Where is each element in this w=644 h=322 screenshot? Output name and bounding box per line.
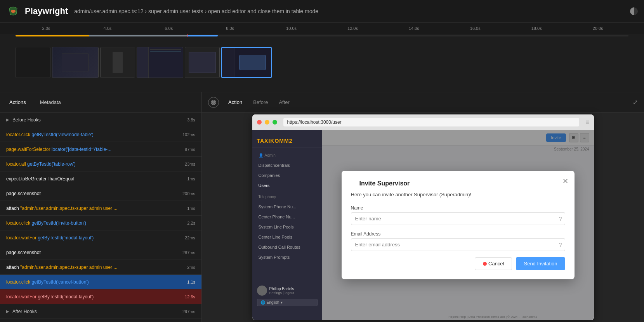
action-label: locator.click getByTestId('invite-button… xyxy=(6,220,184,226)
tab-after[interactable]: After xyxy=(274,96,294,108)
sidebar-item-users[interactable]: Users xyxy=(252,180,322,190)
main-content: Actions Metadata ▶ Before Hooks 3.8s loc… xyxy=(0,92,644,322)
tab-before[interactable]: Before xyxy=(248,96,273,108)
action-item[interactable]: locator.click getByTestId('invite-button… xyxy=(0,216,201,230)
modal-title: Invite Supervisor xyxy=(359,180,565,187)
svg-point-1 xyxy=(11,10,16,13)
timeline-tick: 12.0s xyxy=(322,26,384,31)
app-main: Invite ⊞ ≡ September 25, 2024 🖼 xyxy=(322,130,594,320)
section-duration: 3.8s xyxy=(187,118,195,122)
sidebar-item-dispatchcentrals[interactable]: Dispatchcentrals xyxy=(252,160,322,170)
modal-header: 🖼 Invite Supervisor ✕ xyxy=(351,180,565,187)
timeline-tick: 4.0s xyxy=(77,26,138,31)
sidebar-item-outbound-call-routes[interactable]: Outbound Call Routes xyxy=(252,242,322,252)
browser-menu-icon[interactable]: ≡ xyxy=(585,119,589,126)
action-label: locator.all getByTestId('table-row') xyxy=(6,161,182,167)
modal-close-button[interactable]: ✕ xyxy=(562,177,568,185)
minimize-dot[interactable] xyxy=(265,120,269,125)
action-item[interactable]: expect.toBeGreaterThanOrEqual 1ms xyxy=(0,171,201,186)
action-duration: 1ms xyxy=(187,177,195,181)
name-label: Name xyxy=(351,205,565,211)
email-label: Email Address xyxy=(351,231,565,237)
sidebar-item-center-phone-num[interactable]: Center Phone Nu... xyxy=(252,212,322,222)
timeline-tick: 20.0s xyxy=(567,26,628,31)
sidebar-item-system-line-pools[interactable]: System Line Pools xyxy=(252,222,322,232)
user-avatar xyxy=(257,286,267,296)
action-item-selected[interactable]: locator.click getByTestId('cancel-button… xyxy=(0,275,201,289)
expand-button[interactable]: ⤢ xyxy=(633,99,638,106)
cancel-dot xyxy=(483,262,487,266)
sidebar-section-admin: 👤 Admin xyxy=(252,151,322,160)
email-input[interactable] xyxy=(351,238,565,251)
action-item[interactable]: attach "admin/user.admin.spec.ts-super a… xyxy=(0,201,201,216)
action-item-error[interactable]: locator.waitFor getByTestId('modal-layou… xyxy=(0,289,201,304)
action-label: attach "admin/user.admin.spec.ts-super a… xyxy=(6,206,184,211)
actions-list: ▶ Before Hooks 3.8s locator.click getByT… xyxy=(0,113,201,322)
send-invitation-button[interactable]: Send Invitation xyxy=(516,257,565,270)
user-info: Philipp Bartels Settings | logout xyxy=(269,287,294,295)
timeline-tick: 6.0s xyxy=(138,26,200,31)
action-duration: 200ms xyxy=(182,191,195,196)
thumbnail-1[interactable] xyxy=(52,47,99,78)
cancel-label: Cancel xyxy=(488,261,504,267)
action-item[interactable]: locator.click getByTestId('viewmode-tabl… xyxy=(0,127,201,142)
section-label: Before Hooks xyxy=(12,117,187,123)
action-item[interactable]: page.screenshot 200ms xyxy=(0,186,201,201)
action-label: page.waitForSelector locator('[data-test… xyxy=(6,147,182,152)
url-bar[interactable]: https://localhost:3000/user xyxy=(283,118,580,126)
right-panel: Action Before After ⤢ https://localhost:… xyxy=(202,92,644,322)
tab-actions[interactable]: Actions xyxy=(3,96,32,108)
sidebar-item-system-phone-num[interactable]: System Phone Nu... xyxy=(252,202,322,212)
section-after-hooks[interactable]: ▶ After Hooks 297ms xyxy=(0,304,201,319)
action-label: locator.click getByTestId('cancel-button… xyxy=(6,279,184,285)
sidebar-section-telephony: Telephony xyxy=(252,192,322,202)
thumbnail-3[interactable] xyxy=(137,47,183,78)
action-duration: 1.1s xyxy=(187,280,195,284)
action-label: locator.waitFor getByTestId('modal-layou… xyxy=(6,235,182,241)
tab-action[interactable]: Action xyxy=(224,96,247,108)
thumbnail-5[interactable] xyxy=(221,47,272,78)
chevron-right-icon: ▶ xyxy=(6,118,9,122)
modal-description: Here you can invite another Supervisor (… xyxy=(351,192,565,197)
target-icon[interactable] xyxy=(208,97,219,108)
help-icon[interactable]: ? xyxy=(559,242,562,248)
action-label: page.screenshot xyxy=(6,191,179,196)
right-tabs: Action Before After ⤢ xyxy=(202,92,644,113)
action-duration: 1ms xyxy=(187,206,195,211)
thumbnail-4[interactable] xyxy=(185,47,220,78)
timeline-tick: 10.0s xyxy=(261,26,322,31)
name-input[interactable] xyxy=(351,212,565,225)
app-logo: TAXIKOMM2 xyxy=(252,135,322,147)
thumbnail-2[interactable] xyxy=(100,47,135,78)
action-duration: 2ms xyxy=(187,265,195,270)
help-icon[interactable]: ? xyxy=(559,216,562,222)
timeline-ticks-row: 2.0s 4.0s 6.0s 8.0s 10.0s 12.0s 14.0s 16… xyxy=(0,23,644,34)
left-panel: Actions Metadata ▶ Before Hooks 3.8s loc… xyxy=(0,92,202,322)
sidebar-item-center-line-pools[interactable]: Center Line Pools xyxy=(252,232,322,242)
invite-modal: 🖼 Invite Supervisor ✕ Here you can invit… xyxy=(342,171,575,279)
action-item[interactable]: page.waitForSelector locator('[data-test… xyxy=(0,142,201,157)
sidebar-item-system-prompts[interactable]: System Prompts xyxy=(252,252,322,262)
close-dot[interactable] xyxy=(257,120,262,125)
thumbnail-blank[interactable] xyxy=(16,47,50,78)
action-label: attach "admin/user.admin.spec.ts-super a… xyxy=(6,265,184,270)
section-worker-cleanup[interactable]: ▶ Worker Cleanup 58ms xyxy=(0,319,201,322)
action-item[interactable]: locator.all getByTestId('table-row') 23m… xyxy=(0,157,201,171)
action-duration: 102ms xyxy=(182,132,195,137)
action-label: locator.click getByTestId('viewmode-tabl… xyxy=(6,132,179,137)
name-input-wrap: ? xyxy=(351,212,565,225)
section-before-hooks[interactable]: ▶ Before Hooks 3.8s xyxy=(0,113,201,127)
language-button[interactable]: 🌐 English ▾ xyxy=(257,299,318,306)
action-item[interactable]: page.screenshot 287ms xyxy=(0,245,201,260)
cancel-button[interactable]: Cancel xyxy=(475,257,512,270)
maximize-dot[interactable] xyxy=(273,120,277,125)
modal-name-field: Name ? xyxy=(351,205,565,225)
action-duration: 23ms xyxy=(185,162,195,166)
action-duration: 2.2s xyxy=(187,221,195,225)
action-item[interactable]: locator.waitFor getByTestId('modal-layou… xyxy=(0,230,201,245)
tab-metadata[interactable]: Metadata xyxy=(34,96,67,108)
action-item[interactable]: attach "admin/user.admin.spec.ts-super a… xyxy=(0,260,201,275)
theme-toggle[interactable] xyxy=(630,7,638,15)
sidebar-item-companies[interactable]: Companies xyxy=(252,170,322,180)
modal-overlay: 🖼 Invite Supervisor ✕ Here you can invit… xyxy=(322,130,594,320)
